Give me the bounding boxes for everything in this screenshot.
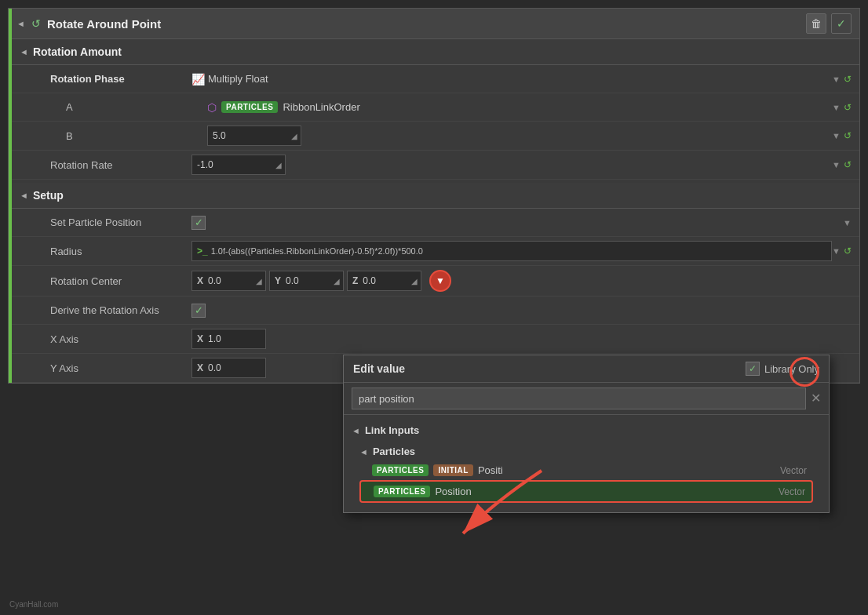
title-bar: ◄ ↺ Rotate Around Point 🗑 ✓ bbox=[9, 9, 859, 39]
particles-arrow[interactable]: ◄ bbox=[359, 447, 368, 457]
item2-label: Position bbox=[435, 486, 774, 497]
dropdown-arrow-rotation-phase[interactable]: ▼ bbox=[832, 75, 841, 84]
particles-subheader: ◄ Particles bbox=[359, 442, 813, 460]
rotation-center-z-input[interactable]: Z 0.0 ◢ bbox=[347, 271, 421, 291]
rotation-rate-row-end: ▼ ↺ bbox=[832, 159, 852, 170]
y-label-center: Y bbox=[275, 275, 281, 286]
rotation-center-y-input[interactable]: Y 0.0 ◢ bbox=[269, 271, 344, 291]
rotation-phase-label: Rotation Phase bbox=[50, 73, 191, 85]
rotation-amount-title: Rotation Amount bbox=[33, 45, 122, 58]
reset-icon-b[interactable]: ↺ bbox=[844, 130, 852, 141]
derive-rotation-axis-controls: ✓ bbox=[191, 304, 852, 318]
y-axis-input[interactable]: X 0.0 bbox=[191, 358, 266, 378]
title-actions: 🗑 ✓ bbox=[806, 13, 852, 34]
particles-badge-item2: PARTICLES bbox=[374, 486, 430, 497]
rotation-center-row: Rotation Center X 0.0 ◢ Y 0.0 ◢ bbox=[11, 266, 859, 297]
particles-position-item[interactable]: PARTICLES Position Vector bbox=[359, 480, 813, 503]
radius-value: 1.0f-(abs((Particles.RibbonLinkOrder)-0.… bbox=[211, 246, 423, 256]
b-value: 5.0 bbox=[213, 130, 226, 141]
dropdown-arrow-a[interactable]: ▼ bbox=[832, 103, 841, 112]
b-row-end: ▼ ↺ bbox=[832, 130, 852, 141]
particles-label: Particles bbox=[373, 446, 415, 457]
setup-title: Setup bbox=[33, 189, 64, 202]
collapse-arrow[interactable]: ◄ bbox=[16, 19, 25, 28]
x-axis-input[interactable]: X 1.0 bbox=[191, 329, 266, 349]
y-axis-label: Y Axis bbox=[50, 362, 191, 374]
radius-input[interactable]: >_ 1.0f-(abs((Particles.RibbonLinkOrder)… bbox=[191, 241, 832, 261]
rotation-center-z-value: 0.0 bbox=[363, 275, 376, 286]
particles-initial-position-item[interactable]: PARTICLES INITIAL Positi Vector bbox=[359, 460, 813, 480]
chart-icon: 📈 bbox=[191, 73, 205, 86]
set-particle-position-row-end: ▼ bbox=[843, 218, 852, 227]
set-particle-position-label: Set Particle Position bbox=[50, 217, 191, 228]
reset-icon-a[interactable]: ↺ bbox=[844, 102, 852, 113]
rotation-rate-input[interactable]: -1.0 ◢ bbox=[191, 155, 286, 175]
rotation-amount-content: Rotation Phase 📈 Multiply Float ▼ ↺ A ⬡ … bbox=[9, 65, 859, 180]
dropdown-arrow-radius[interactable]: ▼ bbox=[832, 246, 841, 256]
reset-icon-rotation-phase[interactable]: ↺ bbox=[844, 74, 852, 85]
particles-badge-a: PARTICLES bbox=[221, 101, 278, 113]
credit-text: CyanHall.com bbox=[9, 600, 58, 609]
set-particle-position-checkbox[interactable]: ✓ bbox=[191, 216, 206, 230]
y-input-arrow-center: ◢ bbox=[334, 277, 340, 286]
rotation-phase-row-end: ▼ ↺ bbox=[832, 74, 852, 85]
rotation-center-dropdown-highlighted[interactable]: ▼ bbox=[429, 270, 451, 292]
item2-type: Vector bbox=[779, 486, 805, 497]
reset-icon-rotation-rate[interactable]: ↺ bbox=[844, 159, 852, 170]
dropdown-arrow-b[interactable]: ▼ bbox=[832, 131, 841, 140]
item1-type: Vector bbox=[780, 465, 807, 476]
derive-rotation-axis-checkbox[interactable]: ✓ bbox=[191, 304, 206, 318]
y-axis-value: 0.0 bbox=[208, 362, 221, 373]
search-input[interactable] bbox=[352, 388, 806, 409]
search-row: ✕ bbox=[344, 383, 829, 415]
section-arrow-setup[interactable]: ◄ bbox=[20, 191, 28, 200]
setup-header: ◄ Setup bbox=[9, 183, 859, 209]
radius-row-end: ▼ ↺ bbox=[832, 246, 852, 257]
reset-icon-radius[interactable]: ↺ bbox=[844, 246, 852, 257]
library-only-label: Library Only bbox=[764, 363, 819, 375]
radius-label: Radius bbox=[50, 246, 191, 257]
a-row: A ⬡ PARTICLES RibbonLinkOrder ▼ ↺ bbox=[11, 93, 859, 122]
rotate-icon: ↺ bbox=[31, 17, 41, 30]
terminal-icon: >_ bbox=[197, 246, 208, 257]
rotation-rate-controls: -1.0 ◢ bbox=[191, 155, 832, 175]
rotation-center-y-value: 0.0 bbox=[286, 275, 299, 286]
b-input-arrow: ◢ bbox=[291, 132, 297, 140]
dropdown-arrow-rotation-rate[interactable]: ▼ bbox=[832, 160, 841, 169]
particles-subsection: ◄ Particles PARTICLES INITIAL Positi Vec… bbox=[352, 439, 821, 506]
x-axis-x-label: X bbox=[197, 333, 203, 344]
y-axis-x-label: X bbox=[197, 362, 203, 373]
edit-value-popup: Edit value ✓ Library Only ✕ ◄ Link Input… bbox=[343, 355, 830, 513]
x-label-center: X bbox=[197, 275, 203, 286]
setup-section: ◄ Setup Set Particle Position ✓ ▼ Radius… bbox=[9, 183, 859, 383]
popup-content: ◄ Link Inputs ◄ Particles PARTICLES INIT… bbox=[344, 415, 829, 512]
library-only-checkbox[interactable]: ✓ bbox=[746, 362, 760, 376]
x-axis-label: X Axis bbox=[50, 333, 191, 345]
library-only-row: ✓ Library Only bbox=[746, 362, 819, 376]
x-axis-controls: X 1.0 bbox=[191, 329, 852, 349]
multiply-float-tag: 📈 Multiply Float bbox=[191, 73, 268, 86]
b-input[interactable]: 5.0 ◢ bbox=[207, 126, 301, 146]
rotation-center-x-value: 0.0 bbox=[208, 275, 221, 286]
b-row: B 5.0 ◢ ▼ ↺ bbox=[11, 122, 859, 151]
a-row-end: ▼ ↺ bbox=[832, 102, 852, 113]
a-value: RibbonLinkOrder bbox=[283, 101, 359, 113]
a-label: A bbox=[66, 101, 207, 113]
section-arrow-rotation-amount[interactable]: ◄ bbox=[20, 47, 28, 56]
link-inputs-label: Link Inputs bbox=[365, 424, 419, 436]
dropdown-arrow-set-particle[interactable]: ▼ bbox=[843, 218, 852, 227]
rotation-rate-label: Rotation Rate bbox=[50, 159, 191, 171]
link-inputs-arrow[interactable]: ◄ bbox=[352, 426, 360, 435]
radius-controls: >_ 1.0f-(abs((Particles.RibbonLinkOrder)… bbox=[191, 241, 832, 261]
popup-header: Edit value ✓ Library Only bbox=[344, 355, 829, 383]
x-input-arrow-center: ◢ bbox=[256, 277, 262, 286]
confirm-button[interactable]: ✓ bbox=[831, 13, 852, 34]
main-panel: ◄ ↺ Rotate Around Point 🗑 ✓ ◄ Rotation A… bbox=[8, 8, 860, 384]
rotation-center-x-input[interactable]: X 0.0 ◢ bbox=[191, 271, 266, 291]
link-inputs-header: ◄ Link Inputs bbox=[352, 421, 821, 439]
delete-button[interactable]: 🗑 bbox=[806, 13, 826, 34]
b-controls: 5.0 ◢ bbox=[207, 126, 832, 146]
search-clear-button[interactable]: ✕ bbox=[811, 392, 821, 405]
rotation-phase-controls: 📈 Multiply Float bbox=[191, 73, 832, 86]
set-particle-position-controls: ✓ bbox=[191, 216, 843, 230]
